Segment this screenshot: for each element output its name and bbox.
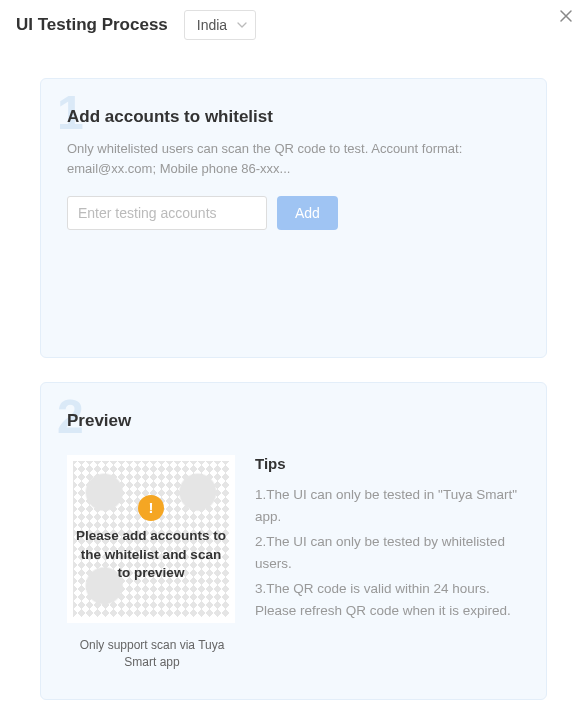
- region-select[interactable]: India: [184, 10, 256, 40]
- region-select-value: India: [197, 17, 227, 33]
- tips-side: Tips 1.The UI can only be tested in "Tuy…: [255, 455, 520, 671]
- qr-overlay-text: Please add accounts to the whitelist and…: [75, 527, 227, 584]
- chevron-down-icon: [237, 20, 247, 30]
- whitelist-title: Add accounts to whitelist: [67, 107, 520, 127]
- whitelist-description: Only whitelisted users can scan the QR c…: [67, 139, 520, 178]
- modal-content: 1 Add accounts to whitelist Only whiteli…: [0, 78, 587, 700]
- whitelist-panel: 1 Add accounts to whitelist Only whiteli…: [40, 78, 547, 358]
- modal-title: UI Testing Process: [16, 15, 168, 35]
- preview-panel: 2 Preview ! Please add accounts to the w…: [40, 382, 547, 700]
- preview-body: ! Please add accounts to the whitelist a…: [67, 455, 520, 671]
- tip-item: 3.The QR code is valid within 24 hours. …: [255, 578, 520, 621]
- qr-side: ! Please add accounts to the whitelist a…: [67, 455, 237, 671]
- close-button[interactable]: [559, 8, 573, 26]
- qr-caption: Only support scan via Tuya Smart app: [67, 637, 237, 671]
- tips-title: Tips: [255, 455, 520, 472]
- testing-accounts-input[interactable]: [67, 196, 267, 230]
- tip-item: 2.The UI can only be tested by whitelist…: [255, 531, 520, 574]
- qr-code-placeholder: ! Please add accounts to the whitelist a…: [67, 455, 235, 623]
- close-icon: [559, 7, 573, 27]
- tip-item: 1.The UI can only be tested in "Tuya Sma…: [255, 484, 520, 527]
- modal-header: UI Testing Process India: [0, 0, 587, 54]
- add-button[interactable]: Add: [277, 196, 338, 230]
- whitelist-input-row: Add: [67, 196, 520, 230]
- preview-title: Preview: [67, 411, 520, 431]
- alert-icon: !: [138, 495, 164, 521]
